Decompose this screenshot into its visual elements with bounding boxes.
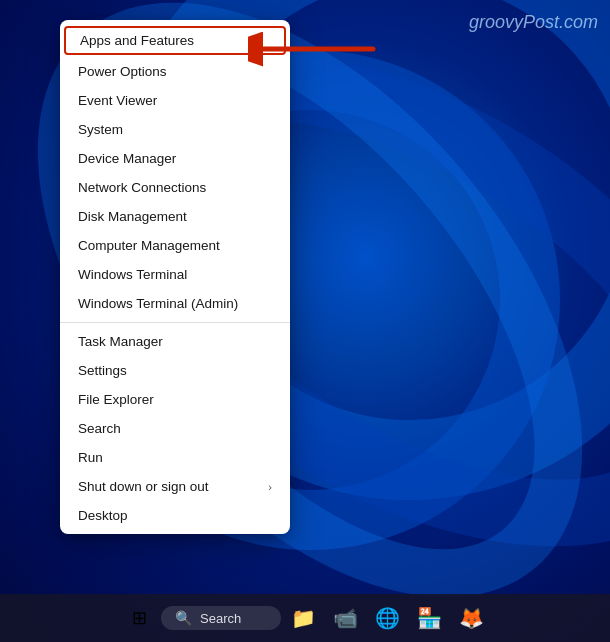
start-button[interactable]: ⊞	[119, 598, 159, 638]
menu-item-file-explorer[interactable]: File Explorer	[60, 385, 290, 414]
menu-item-windows-terminal-admin[interactable]: Windows Terminal (Admin)	[60, 289, 290, 318]
firefox-icon: 🦊	[459, 606, 484, 630]
menu-item-label-system: System	[78, 122, 123, 137]
menu-item-search[interactable]: Search	[60, 414, 290, 443]
menu-item-windows-terminal[interactable]: Windows Terminal	[60, 260, 290, 289]
windows-icon: ⊞	[132, 607, 147, 629]
submenu-chevron-shut-down-sign-out: ›	[268, 481, 272, 493]
menu-item-run[interactable]: Run	[60, 443, 290, 472]
watermark: groovyPost.com	[469, 12, 598, 33]
menu-separator-after-windows-terminal-admin	[60, 322, 290, 323]
menu-item-label-task-manager: Task Manager	[78, 334, 163, 349]
menu-item-label-file-explorer: File Explorer	[78, 392, 154, 407]
file-explorer-icon: 📁	[291, 606, 316, 630]
menu-item-shut-down-sign-out[interactable]: Shut down or sign out›	[60, 472, 290, 501]
menu-item-device-manager[interactable]: Device Manager	[60, 144, 290, 173]
taskbar-search[interactable]: 🔍 Search	[161, 606, 281, 630]
taskbar-icon-file-explorer[interactable]: 📁	[283, 598, 323, 638]
menu-item-label-desktop: Desktop	[78, 508, 128, 523]
menu-item-label-power-options: Power Options	[78, 64, 167, 79]
menu-item-label-event-viewer: Event Viewer	[78, 93, 157, 108]
taskbar-icon-firefox[interactable]: 🦊	[451, 598, 491, 638]
menu-item-label-windows-terminal-admin: Windows Terminal (Admin)	[78, 296, 238, 311]
menu-item-event-viewer[interactable]: Event Viewer	[60, 86, 290, 115]
teams-icon: 📹	[333, 606, 358, 630]
menu-item-label-search: Search	[78, 421, 121, 436]
menu-item-label-settings: Settings	[78, 363, 127, 378]
menu-item-label-run: Run	[78, 450, 103, 465]
menu-item-label-disk-management: Disk Management	[78, 209, 187, 224]
taskbar-icon-store[interactable]: 🏪	[409, 598, 449, 638]
menu-item-label-device-manager: Device Manager	[78, 151, 176, 166]
menu-item-disk-management[interactable]: Disk Management	[60, 202, 290, 231]
menu-item-label-apps-features: Apps and Features	[80, 33, 194, 48]
menu-item-label-network-connections: Network Connections	[78, 180, 206, 195]
context-menu: Apps and FeaturesPower OptionsEvent View…	[60, 20, 290, 534]
taskbar-icon-teams[interactable]: 📹	[325, 598, 365, 638]
search-icon: 🔍	[175, 610, 192, 626]
arrow-annotation	[248, 24, 378, 74]
menu-item-network-connections[interactable]: Network Connections	[60, 173, 290, 202]
menu-item-settings[interactable]: Settings	[60, 356, 290, 385]
taskbar-icon-edge[interactable]: 🌐	[367, 598, 407, 638]
edge-icon: 🌐	[375, 606, 400, 630]
taskbar: ⊞ 🔍 Search 📁 📹 🌐 🏪 🦊	[0, 594, 610, 642]
search-label: Search	[200, 611, 241, 626]
taskbar-icons: ⊞ 🔍 Search 📁 📹 🌐 🏪 🦊	[119, 598, 491, 638]
menu-item-label-shut-down-sign-out: Shut down or sign out	[78, 479, 209, 494]
menu-item-task-manager[interactable]: Task Manager	[60, 327, 290, 356]
menu-item-system[interactable]: System	[60, 115, 290, 144]
menu-item-label-computer-management: Computer Management	[78, 238, 220, 253]
menu-item-label-windows-terminal: Windows Terminal	[78, 267, 187, 282]
store-icon: 🏪	[417, 606, 442, 630]
menu-item-computer-management[interactable]: Computer Management	[60, 231, 290, 260]
menu-item-desktop[interactable]: Desktop	[60, 501, 290, 530]
